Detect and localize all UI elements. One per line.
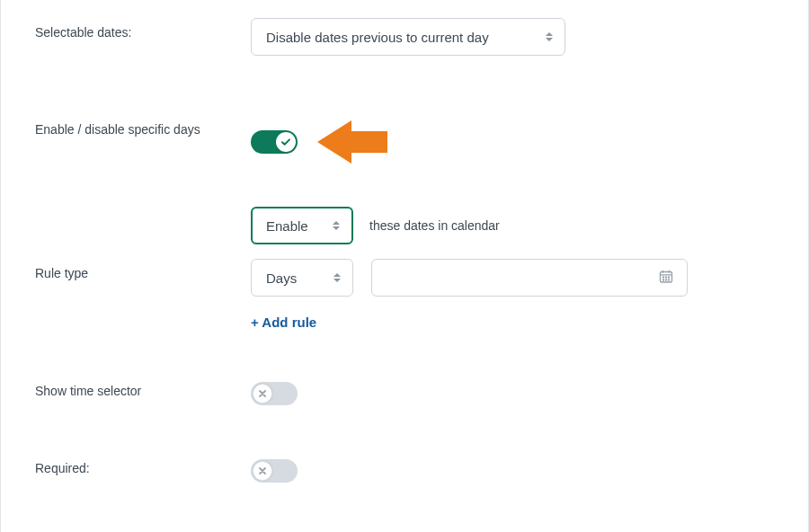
chevron-updown-icon (331, 270, 343, 286)
required-label: Required: (35, 461, 90, 475)
svg-point-6 (669, 279, 670, 280)
enable-specific-days-label: Enable / disable specific days (35, 122, 200, 137)
close-icon (253, 384, 272, 403)
check-icon (276, 132, 296, 152)
svg-point-4 (663, 279, 664, 280)
rule-type-select[interactable]: Days (251, 259, 353, 297)
rule-type-value: Days (266, 270, 297, 286)
rule-action-value: Enable (266, 218, 308, 234)
selectable-dates-select[interactable]: Disable dates previous to current day (251, 18, 565, 56)
svg-point-2 (666, 277, 667, 278)
enable-specific-days-toggle[interactable] (251, 130, 298, 154)
show-time-selector-label: Show time selector (35, 384, 141, 398)
rule-date-input[interactable] (371, 259, 688, 297)
selectable-dates-value: Disable dates previous to current day (266, 30, 489, 45)
chevron-updown-icon (543, 29, 556, 45)
svg-point-1 (663, 277, 664, 278)
rule-helper-text: these dates in calendar (369, 218, 500, 233)
pointer-arrow-icon (317, 120, 387, 164)
required-toggle[interactable] (251, 459, 298, 483)
close-icon (253, 461, 272, 481)
svg-point-5 (666, 279, 667, 280)
show-time-selector-toggle[interactable] (251, 382, 298, 405)
calendar-icon (658, 269, 674, 288)
rule-type-label: Rule type (35, 266, 88, 280)
add-rule-button[interactable]: + Add rule (251, 315, 781, 330)
svg-point-3 (669, 277, 670, 278)
chevron-updown-icon (330, 217, 342, 234)
selectable-dates-label: Selectable dates: (35, 25, 131, 40)
rule-action-select[interactable]: Enable (251, 207, 353, 244)
